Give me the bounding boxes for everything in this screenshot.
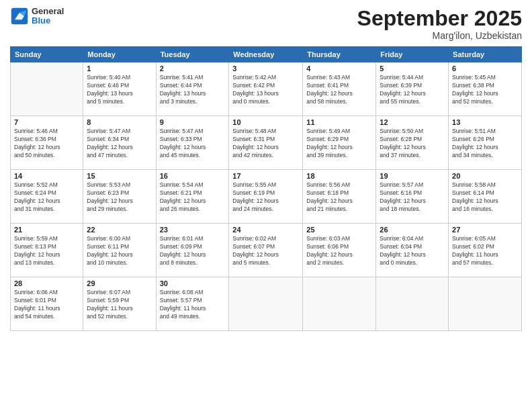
day-cell: 20Sunrise: 5:58 AMSunset: 6:14 PMDayligh…: [449, 170, 522, 224]
day-cell: 2Sunrise: 5:41 AMSunset: 6:44 PMDaylight…: [156, 62, 229, 116]
day-cell: 26Sunrise: 6:04 AMSunset: 6:04 PMDayligh…: [376, 224, 449, 277]
day-cell: 29Sunrise: 6:07 AMSunset: 5:59 PMDayligh…: [83, 277, 156, 331]
day-info: Sunrise: 5:44 AMSunset: 6:39 PMDaylight:…: [380, 74, 445, 106]
weekday-header-wednesday: Wednesday: [229, 47, 303, 62]
day-info: Sunrise: 5:51 AMSunset: 6:26 PMDaylight:…: [452, 128, 518, 160]
day-info: Sunrise: 5:47 AMSunset: 6:33 PMDaylight:…: [160, 128, 226, 160]
page-header: General Blue September 2025 Marg'ilon, U…: [10, 7, 522, 41]
day-info: Sunrise: 5:41 AMSunset: 6:44 PMDaylight:…: [160, 74, 226, 106]
day-info: Sunrise: 5:49 AMSunset: 6:29 PMDaylight:…: [306, 128, 372, 160]
day-number: 3: [232, 64, 299, 73]
day-number: 13: [452, 118, 518, 126]
day-info: Sunrise: 5:43 AMSunset: 6:41 PMDaylight:…: [306, 74, 372, 106]
logo-text: General Blue: [32, 7, 64, 26]
day-info: Sunrise: 6:05 AMSunset: 6:02 PMDaylight:…: [452, 235, 518, 267]
day-info: Sunrise: 6:00 AMSunset: 6:11 PMDaylight:…: [87, 235, 152, 267]
day-cell: 25Sunrise: 6:03 AMSunset: 6:06 PMDayligh…: [303, 224, 376, 277]
day-cell: 6Sunrise: 5:45 AMSunset: 6:38 PMDaylight…: [449, 62, 522, 116]
day-number: 24: [232, 226, 299, 234]
day-cell: 18Sunrise: 5:56 AMSunset: 6:18 PMDayligh…: [303, 170, 376, 224]
day-cell: 27Sunrise: 6:05 AMSunset: 6:02 PMDayligh…: [449, 224, 522, 277]
day-info: Sunrise: 5:50 AMSunset: 6:28 PMDaylight:…: [380, 128, 445, 160]
day-info: Sunrise: 5:47 AMSunset: 6:34 PMDaylight:…: [87, 128, 152, 160]
logo: General Blue: [10, 7, 64, 26]
day-info: Sunrise: 6:04 AMSunset: 6:04 PMDaylight:…: [380, 235, 445, 267]
day-info: Sunrise: 5:52 AMSunset: 6:24 PMDaylight:…: [14, 181, 79, 214]
weekday-header-sunday: Sunday: [11, 47, 83, 62]
day-info: Sunrise: 5:45 AMSunset: 6:38 PMDaylight:…: [452, 74, 518, 106]
day-number: 1: [87, 64, 152, 73]
day-cell: 13Sunrise: 5:51 AMSunset: 6:26 PMDayligh…: [449, 116, 522, 170]
week-row-5: 28Sunrise: 6:06 AMSunset: 6:01 PMDayligh…: [11, 277, 522, 331]
weekday-header-monday: Monday: [83, 47, 156, 62]
day-number: 7: [14, 118, 79, 126]
day-cell: 21Sunrise: 5:59 AMSunset: 6:13 PMDayligh…: [11, 224, 83, 277]
day-cell: [303, 277, 376, 331]
day-number: 2: [160, 64, 226, 73]
calendar: SundayMondayTuesdayWednesdayThursdayFrid…: [10, 46, 522, 331]
day-cell: 16Sunrise: 5:54 AMSunset: 6:21 PMDayligh…: [156, 170, 229, 224]
day-cell: 28Sunrise: 6:06 AMSunset: 6:01 PMDayligh…: [11, 277, 83, 331]
day-cell: 5Sunrise: 5:44 AMSunset: 6:39 PMDaylight…: [376, 62, 449, 116]
location: Marg'ilon, Uzbekistan: [357, 30, 522, 41]
title-block: September 2025 Marg'ilon, Uzbekistan: [357, 7, 522, 41]
day-info: Sunrise: 6:07 AMSunset: 5:59 PMDaylight:…: [87, 289, 152, 321]
day-cell: [229, 277, 303, 331]
day-info: Sunrise: 6:01 AMSunset: 6:09 PMDaylight:…: [160, 235, 226, 267]
day-number: 9: [160, 118, 226, 126]
day-cell: [449, 277, 522, 331]
day-info: Sunrise: 5:56 AMSunset: 6:18 PMDaylight:…: [306, 181, 372, 214]
day-info: Sunrise: 5:59 AMSunset: 6:13 PMDaylight:…: [14, 235, 79, 267]
day-number: 20: [452, 172, 518, 180]
day-info: Sunrise: 5:46 AMSunset: 6:36 PMDaylight:…: [14, 128, 79, 160]
day-number: 15: [87, 172, 152, 180]
day-number: 22: [87, 226, 152, 234]
day-number: 11: [306, 118, 372, 126]
day-info: Sunrise: 5:57 AMSunset: 6:16 PMDaylight:…: [380, 181, 445, 214]
day-cell: 10Sunrise: 5:48 AMSunset: 6:31 PMDayligh…: [229, 116, 303, 170]
weekday-header-row: SundayMondayTuesdayWednesdayThursdayFrid…: [11, 47, 522, 62]
day-cell: 14Sunrise: 5:52 AMSunset: 6:24 PMDayligh…: [11, 170, 83, 224]
week-row-1: 1Sunrise: 5:40 AMSunset: 6:46 PMDaylight…: [11, 62, 522, 116]
day-cell: [376, 277, 449, 331]
day-cell: 8Sunrise: 5:47 AMSunset: 6:34 PMDaylight…: [83, 116, 156, 170]
day-cell: [11, 62, 83, 116]
weekday-header-saturday: Saturday: [449, 47, 522, 62]
day-number: 17: [232, 172, 299, 180]
day-cell: 12Sunrise: 5:50 AMSunset: 6:28 PMDayligh…: [376, 116, 449, 170]
day-info: Sunrise: 6:08 AMSunset: 5:57 PMDaylight:…: [160, 289, 226, 321]
day-cell: 11Sunrise: 5:49 AMSunset: 6:29 PMDayligh…: [303, 116, 376, 170]
day-info: Sunrise: 5:42 AMSunset: 6:42 PMDaylight:…: [232, 74, 299, 106]
day-cell: 7Sunrise: 5:46 AMSunset: 6:36 PMDaylight…: [11, 116, 83, 170]
day-info: Sunrise: 5:54 AMSunset: 6:21 PMDaylight:…: [160, 181, 226, 214]
day-number: 10: [232, 118, 299, 126]
day-cell: 4Sunrise: 5:43 AMSunset: 6:41 PMDaylight…: [303, 62, 376, 116]
day-info: Sunrise: 5:55 AMSunset: 6:19 PMDaylight:…: [232, 181, 299, 214]
day-cell: 15Sunrise: 5:53 AMSunset: 6:23 PMDayligh…: [83, 170, 156, 224]
day-cell: 24Sunrise: 6:02 AMSunset: 6:07 PMDayligh…: [229, 224, 303, 277]
day-number: 21: [14, 226, 79, 234]
day-number: 25: [306, 226, 372, 234]
logo-icon: [10, 7, 29, 26]
month-title: September 2025: [357, 7, 522, 30]
week-row-2: 7Sunrise: 5:46 AMSunset: 6:36 PMDaylight…: [11, 116, 522, 170]
day-number: 14: [14, 172, 79, 180]
day-number: 28: [14, 279, 79, 287]
day-cell: 1Sunrise: 5:40 AMSunset: 6:46 PMDaylight…: [83, 62, 156, 116]
day-number: 27: [452, 226, 518, 234]
day-cell: 22Sunrise: 6:00 AMSunset: 6:11 PMDayligh…: [83, 224, 156, 277]
logo-blue: Blue: [32, 16, 64, 26]
day-number: 4: [306, 64, 372, 73]
day-cell: 19Sunrise: 5:57 AMSunset: 6:16 PMDayligh…: [376, 170, 449, 224]
day-info: Sunrise: 6:02 AMSunset: 6:07 PMDaylight:…: [232, 235, 299, 267]
day-info: Sunrise: 5:53 AMSunset: 6:23 PMDaylight:…: [87, 181, 152, 214]
day-number: 5: [380, 64, 445, 73]
day-number: 26: [380, 226, 445, 234]
day-number: 6: [452, 64, 518, 73]
week-row-4: 21Sunrise: 5:59 AMSunset: 6:13 PMDayligh…: [11, 224, 522, 277]
day-number: 12: [380, 118, 445, 126]
day-info: Sunrise: 5:48 AMSunset: 6:31 PMDaylight:…: [232, 128, 299, 160]
day-number: 8: [87, 118, 152, 126]
day-cell: 23Sunrise: 6:01 AMSunset: 6:09 PMDayligh…: [156, 224, 229, 277]
day-info: Sunrise: 6:06 AMSunset: 6:01 PMDaylight:…: [14, 289, 79, 321]
